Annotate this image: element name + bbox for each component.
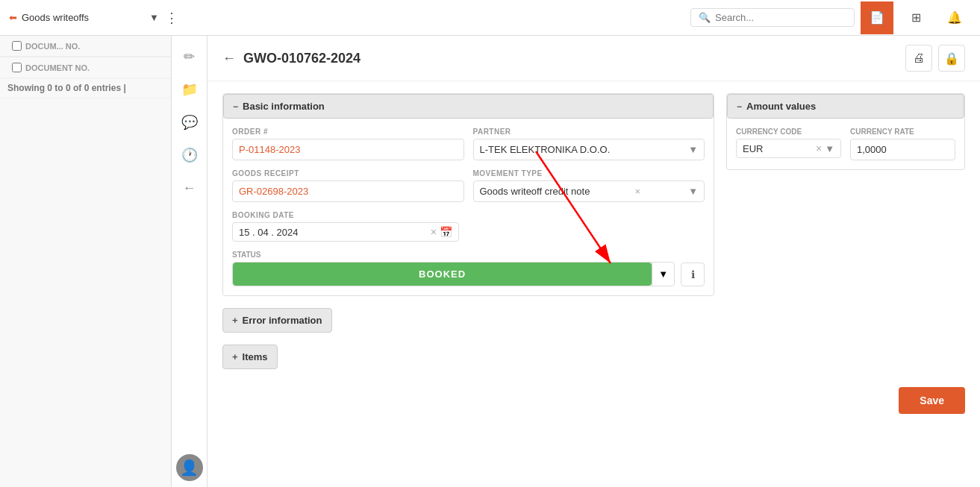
status-row: BOOKED ▼ ℹ: [232, 262, 705, 286]
basic-info-body: ORDER # P-01148-2023 PARTNER L-TEK ELEKT…: [223, 119, 714, 295]
partner-label: PARTNER: [473, 128, 705, 136]
currency-rate-label: CURRENCY RATE: [850, 128, 955, 136]
goods-writeoff-icon: ⬅: [9, 12, 17, 23]
status-bar: BOOKED: [233, 263, 652, 286]
partner-value: L-TEK ELEKTRONIKA D.O.O.: [480, 144, 611, 155]
status-bar-wrap: BOOKED ▼: [232, 262, 675, 286]
partner-select[interactable]: L-TEK ELEKTRONIKA D.O.O. ▼: [473, 139, 705, 160]
amount-section: − Amount values CURRENCY CODE EUR ×: [726, 93, 965, 170]
filter-button[interactable]: ▼: [149, 12, 159, 23]
chat-nav-icon[interactable]: 💬: [175, 107, 205, 137]
items-header[interactable]: + Items: [222, 345, 278, 369]
folder-nav-icon[interactable]: 📁: [175, 75, 205, 104]
movement-type-value: Goods writeoff credit note: [480, 186, 590, 197]
icon-sidebar: ✏ 📁 💬 🕐 ← 👤: [172, 36, 207, 487]
currency-rate-value: 1,0000: [857, 144, 887, 155]
goods-movement-row: GOODS RECEIPT GR-02698-2023 MOVEMENT TYP…: [232, 169, 705, 202]
user-avatar: 👤: [176, 454, 203, 481]
row-checkbox-col: [7, 63, 25, 72]
currency-code-label: CURRENCY CODE: [736, 128, 841, 136]
order-label: ORDER #: [232, 128, 464, 136]
error-info-expand-icon: +: [232, 315, 238, 326]
print-button[interactable]: 🖨: [905, 45, 932, 72]
doc-col-label2: DOCUMENT NO.: [25, 63, 90, 72]
basic-info-collapse-icon: −: [233, 101, 238, 112]
history-nav-icon[interactable]: 🕐: [175, 140, 205, 170]
amount-title: Amount values: [746, 101, 816, 112]
booking-date-calendar-icon[interactable]: 📅: [440, 226, 452, 238]
booking-date-value: 15 . 04 . 2024: [239, 227, 428, 238]
status-field: STATUS BOOKED ▼ ℹ: [232, 251, 705, 286]
movement-type-field: MOVEMENT TYPE Goods writeoff credit note…: [473, 169, 705, 202]
search-input[interactable]: [715, 12, 842, 23]
header-actions: 🖨 🔒: [905, 45, 965, 72]
goods-receipt-value-wrap: GR-02698-2023: [232, 180, 464, 202]
list-column-headers-2: DOCUMENT NO.: [0, 57, 171, 78]
movement-type-clear[interactable]: ×: [634, 186, 640, 197]
movement-type-select[interactable]: Goods writeoff credit note × ▼: [473, 180, 705, 202]
partner-dropdown-arrow: ▼: [688, 144, 698, 155]
basic-info-header[interactable]: − Basic information: [223, 94, 714, 119]
order-value: P-01148-2023: [232, 139, 464, 160]
booking-date-label: BOOKING DATE: [232, 211, 459, 219]
goods-receipt-value[interactable]: GR-02698-2023: [239, 186, 308, 197]
save-section: Save: [207, 381, 980, 420]
two-column-layout: − Basic information ORDER # P-01148-2023: [222, 93, 965, 296]
status-label: STATUS: [232, 251, 705, 259]
left-sidebar: DOCUM... NO. DOCUMENT NO. Showing 0 to 0…: [0, 36, 172, 487]
select-all-checkbox[interactable]: [12, 41, 22, 51]
filter-icon: ▼: [149, 12, 159, 23]
items-expand-icon: +: [232, 351, 238, 362]
goods-receipt-field: GOODS RECEIPT GR-02698-2023: [232, 169, 464, 202]
left-panel: − Basic information ORDER # P-01148-2023: [222, 93, 714, 296]
doc-col-label: DOCUM... NO.: [25, 42, 80, 51]
order-field: ORDER # P-01148-2023: [232, 128, 464, 160]
back-button[interactable]: ←: [222, 51, 236, 66]
booking-date-clear[interactable]: ×: [431, 226, 437, 238]
basic-info-section: − Basic information ORDER # P-01148-2023: [222, 93, 714, 296]
error-info-section: + Error information: [222, 308, 965, 333]
top-header: ⬅ Goods writeoffs ▼ ⋮ 🔍 📄 ⊞ 🔔: [0, 0, 980, 36]
currency-row: CURRENCY CODE EUR × ▼ CURRENCY RATE: [736, 128, 955, 160]
select-all-checkbox-col: [7, 41, 25, 51]
search-icon: 🔍: [699, 12, 711, 23]
app-title-section: ⬅ Goods writeoffs: [9, 12, 143, 23]
list-column-headers: DOCUM... NO.: [0, 36, 171, 57]
currency-clear-button[interactable]: ×: [816, 142, 822, 154]
status-info-button[interactable]: ℹ: [681, 263, 705, 286]
back-nav-icon[interactable]: ←: [175, 173, 205, 203]
row-checkbox[interactable]: [12, 63, 22, 72]
currency-code-value: EUR: [743, 143, 816, 154]
error-info-header[interactable]: + Error information: [222, 308, 332, 333]
basic-info-title: Basic information: [243, 101, 325, 112]
goods-receipt-label: GOODS RECEIPT: [232, 169, 464, 177]
edit-nav-icon[interactable]: ✏: [175, 42, 205, 72]
lock-button[interactable]: 🔒: [938, 45, 965, 72]
amount-collapse-icon: −: [737, 101, 742, 112]
booking-date-field: BOOKING DATE 15 . 04 . 2024 × 📅: [232, 211, 459, 242]
grid-button[interactable]: ⊞: [899, 1, 932, 34]
partner-field: PARTNER L-TEK ELEKTRONIKA D.O.O. ▼: [473, 128, 705, 160]
booking-date-row: BOOKING DATE 15 . 04 . 2024 × 📅: [232, 211, 705, 242]
error-info-title: Error information: [243, 315, 322, 326]
more-options-button[interactable]: ⋮: [165, 10, 178, 26]
content-body: − Basic information ORDER # P-01148-2023: [207, 81, 980, 381]
booking-date-input: 15 . 04 . 2024 × 📅: [232, 222, 459, 242]
title-section: ← GWO-010762-2024: [222, 51, 361, 66]
items-title: Items: [243, 351, 268, 362]
movement-type-arrow: ▼: [688, 186, 698, 197]
search-box: 🔍: [690, 8, 855, 27]
items-section: + Items: [222, 345, 965, 369]
amount-header[interactable]: − Amount values: [727, 94, 964, 119]
export-button[interactable]: 📄: [861, 1, 893, 34]
order-number[interactable]: P-01148-2023: [239, 144, 300, 155]
content-header: ← GWO-010762-2024 🖨 🔒: [207, 36, 980, 81]
save-button[interactable]: Save: [899, 387, 965, 414]
notification-button[interactable]: 🔔: [938, 1, 971, 34]
currency-dropdown-arrow[interactable]: ▼: [825, 143, 834, 154]
document-no-header: DOCUM... NO.: [25, 40, 163, 51]
currency-rate-field: CURRENCY RATE 1,0000: [850, 128, 955, 160]
document-title: GWO-010762-2024: [243, 51, 361, 66]
currency-code-input: EUR × ▼: [736, 139, 841, 158]
status-dropdown-arrow[interactable]: ▼: [652, 263, 674, 286]
